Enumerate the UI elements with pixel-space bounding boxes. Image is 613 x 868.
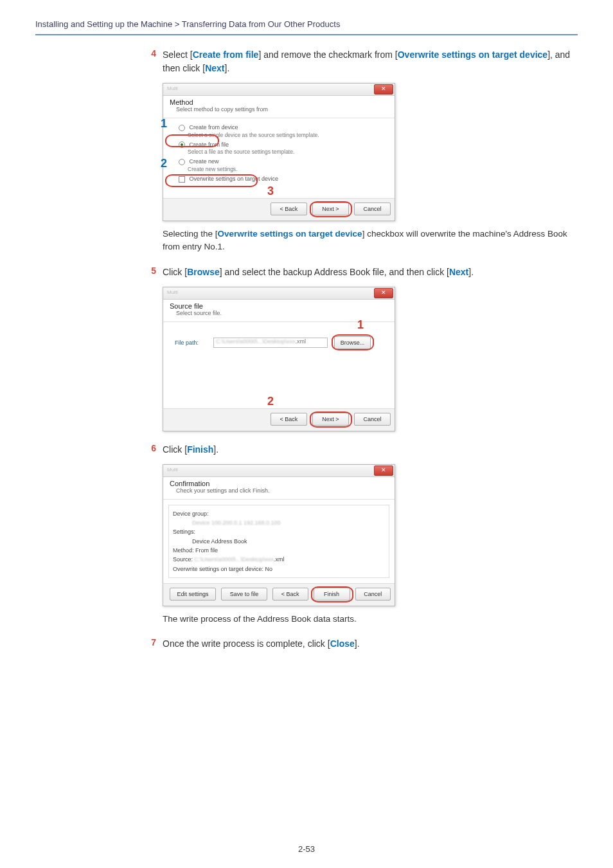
create-from-file-label: Create from file (190, 141, 229, 148)
create-from-device-sub: Select a single device as the source set… (188, 132, 387, 138)
method-title: Method (170, 98, 388, 106)
step-6-text: Click [Finish]. (163, 443, 218, 457)
step-4-note: Selecting the [Overwrite settings on tar… (163, 228, 582, 254)
overwrite-checkbox[interactable] (179, 176, 185, 183)
close-link: Close (330, 638, 355, 649)
step-7-number: 7 (145, 637, 156, 651)
step-5-text: Click [Browse] and select the backup Add… (163, 266, 474, 279)
create-from-device-radio[interactable] (179, 125, 185, 131)
step-7-text: Once the write process is complete, clic… (163, 637, 360, 651)
annotation-1: 1 (161, 117, 167, 131)
breadcrumb: Installing and Setting up the Machine > … (35, 19, 578, 34)
create-from-device-label: Create from device (190, 124, 238, 131)
back-button[interactable]: < Back (271, 413, 307, 426)
cancel-button[interactable]: Cancel (354, 203, 391, 215)
finish-link: Finish (187, 444, 213, 455)
method-dialog: Multi ✕ Method Select method to copy set… (163, 83, 395, 221)
create-new-radio[interactable] (179, 159, 185, 165)
dialog-titlebar: Multi ✕ (163, 84, 395, 96)
confirmation-dialog: Multi ✕ Confirmation Check your settings… (163, 464, 395, 607)
method-subtitle: Select method to copy settings from (170, 106, 388, 113)
confirmation-subtitle: Check your settings and click Finish. (170, 487, 388, 494)
dialog-titlebar: Multi ✕ (163, 287, 395, 300)
confirmation-summary: Device group: Device 100.200.0.1 192.168… (168, 505, 389, 579)
next-link: Next (449, 267, 468, 277)
back-button[interactable]: < Back (271, 203, 307, 215)
overwrite-note-link: Overwrite settings on target device (218, 229, 362, 239)
file-path-input[interactable]: C:\Users\s0000\...\Desktop\xxx.xml (213, 338, 328, 348)
header-rule (35, 34, 578, 35)
create-new-label: Create new (190, 158, 219, 165)
next-link: Next (205, 63, 224, 73)
step-4-number: 4 (145, 48, 156, 75)
source-file-title: Source file (170, 302, 388, 310)
source-file-dialog: Multi ✕ Source file Select source file. … (163, 287, 395, 431)
annotation-2: 2 (267, 395, 274, 408)
create-from-file-radio[interactable] (179, 141, 185, 148)
edit-settings-button[interactable]: Edit settings (170, 588, 216, 601)
annotation-2: 2 (161, 157, 167, 170)
step-6-number: 6 (145, 443, 156, 457)
close-icon[interactable]: ✕ (374, 288, 393, 298)
close-icon[interactable]: ✕ (374, 466, 393, 476)
save-to-file-button[interactable]: Save to file (221, 588, 267, 601)
next-button[interactable]: Next > (312, 413, 349, 426)
browse-button[interactable]: Browse... (334, 336, 371, 349)
browse-link: Browse (187, 267, 220, 277)
overwrite-checkbox-label: Overwrite settings on target device (190, 176, 279, 182)
create-new-sub: Create new settings. (188, 166, 387, 172)
cancel-button[interactable]: Cancel (354, 413, 391, 426)
create-from-file-link: Create from file (193, 50, 259, 60)
annotation-1: 1 (357, 318, 364, 332)
confirmation-title: Confirmation (170, 480, 388, 487)
step-4-text: Select [Create from file] and remove the… (163, 48, 582, 75)
overwrite-settings-link: Overwrite settings on target device (398, 50, 547, 60)
page-number: 2-53 (0, 844, 613, 854)
back-button[interactable]: < Back (272, 588, 308, 601)
source-file-subtitle: Select source file. (170, 310, 388, 316)
finish-button[interactable]: Finish (314, 588, 350, 601)
step-5-number: 5 (145, 266, 156, 279)
create-from-file-sub: Select a file as the source settings tem… (188, 149, 387, 155)
next-button[interactable]: Next > (312, 203, 349, 215)
annotation-3: 3 (267, 185, 274, 198)
dialog-titlebar: Multi ✕ (163, 465, 395, 477)
file-path-label: File path: (175, 339, 207, 346)
cancel-button[interactable]: Cancel (355, 588, 391, 601)
step-6-note: The write process of the Address Book da… (163, 613, 582, 626)
close-icon[interactable]: ✕ (374, 84, 393, 95)
